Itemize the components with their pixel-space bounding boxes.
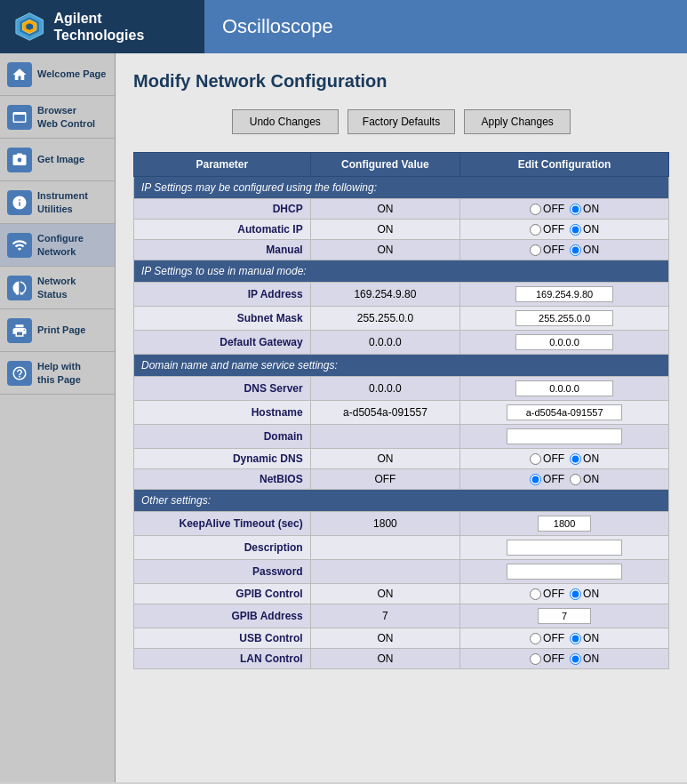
config-table: Parameter Configured Value Edit Configur…	[133, 152, 669, 669]
manual-on-label[interactable]: ON	[570, 244, 599, 256]
domain-input[interactable]	[507, 428, 622, 444]
sidebar-item-welcome[interactable]: Welcome Page	[0, 53, 115, 96]
header: Agilent Technologies Oscilloscope	[0, 0, 687, 53]
lan-control-off-label[interactable]: OFF	[530, 652, 564, 665]
gpib-control-on-radio[interactable]	[570, 588, 581, 600]
section-header-ip-settings: IP Settings may be configured using the …	[134, 177, 669, 199]
default-gateway-input[interactable]	[515, 334, 613, 350]
manual-radio-group: OFF ON	[467, 244, 661, 256]
manual-on-radio[interactable]	[570, 244, 581, 256]
logo-section: Agilent Technologies	[0, 0, 204, 53]
lan-control-off-radio[interactable]	[530, 653, 541, 665]
sidebar-item-help[interactable]: Help withthis Page	[0, 352, 115, 395]
ddns-radio-group: OFF ON	[467, 452, 661, 465]
browser-icon	[7, 105, 32, 130]
ddns-on-radio[interactable]	[570, 453, 581, 465]
netbios-off-label[interactable]: OFF	[530, 473, 564, 485]
col-header-value: Configured Value	[310, 153, 460, 177]
lan-control-on-label[interactable]: ON	[570, 652, 599, 665]
sidebar-label-getimage: Get Image	[37, 153, 84, 165]
gpib-control-on-label[interactable]: ON	[570, 588, 599, 600]
gpib-control-radio-group: OFF ON	[467, 588, 661, 600]
factory-defaults-button[interactable]: Factory Defaults	[347, 109, 455, 134]
network-icon	[7, 233, 32, 258]
gpib-control-off-radio[interactable]	[530, 588, 541, 600]
action-buttons: Undo Changes Factory Defaults Apply Chan…	[133, 109, 669, 134]
logo-text: Agilent Technologies	[53, 10, 190, 44]
description-input[interactable]	[507, 540, 622, 556]
manual-off-radio[interactable]	[530, 244, 541, 256]
table-row: KeepAlive Timeout (sec) 1800	[134, 512, 669, 536]
main-content: Modify Network Configuration Undo Change…	[116, 53, 687, 782]
netbios-on-radio[interactable]	[570, 474, 581, 485]
sidebar-item-status[interactable]: Network Status	[0, 267, 115, 309]
sidebar-label-instrument: InstrumentUtilities	[37, 189, 88, 215]
dhcp-off-radio[interactable]	[530, 204, 541, 215]
sidebar-item-getimage[interactable]: Get Image	[0, 139, 115, 181]
apply-changes-button[interactable]: Apply Changes	[464, 109, 571, 134]
table-row: Dynamic DNS ON OFF ON	[134, 449, 669, 469]
dhcp-off-label[interactable]: OFF	[530, 203, 564, 215]
instrument-icon	[7, 190, 32, 215]
undo-changes-button[interactable]: Undo Changes	[232, 109, 339, 134]
camera-icon	[7, 148, 32, 172]
print-icon	[7, 318, 32, 343]
table-row: Manual ON OFF ON	[134, 240, 669, 260]
table-row: Description	[134, 536, 669, 560]
ddns-on-label[interactable]: ON	[570, 452, 599, 465]
ddns-off-radio[interactable]	[530, 453, 541, 465]
table-row: Subnet Mask 255.255.0.0	[134, 307, 669, 331]
lan-control-on-radio[interactable]	[570, 653, 581, 665]
gpib-control-off-label[interactable]: OFF	[530, 588, 564, 600]
section-header-other: Other settings:	[134, 490, 669, 512]
netbios-off-radio[interactable]	[530, 474, 541, 485]
subnet-mask-input[interactable]	[515, 310, 613, 326]
page-title: Modify Network Configuration	[133, 71, 669, 92]
dhcp-on-radio[interactable]	[570, 204, 581, 215]
usb-control-off-label[interactable]: OFF	[530, 632, 564, 644]
col-header-parameter: Parameter	[134, 153, 311, 177]
sidebar-item-print[interactable]: Print Page	[0, 309, 115, 352]
table-row: Password	[134, 560, 669, 584]
table-header-row: Parameter Configured Value Edit Configur…	[134, 153, 669, 177]
main-layout: Welcome Page BrowserWeb Control Get Imag…	[0, 53, 687, 782]
status-icon	[7, 276, 32, 300]
dns-server-input[interactable]	[515, 380, 613, 396]
sidebar-item-configure[interactable]: ConfigureNetwork	[0, 224, 115, 267]
autoip-on-label[interactable]: ON	[570, 223, 599, 236]
autoip-on-radio[interactable]	[570, 224, 581, 236]
section-header-manual-mode: IP Settings to use in manual mode:	[134, 260, 669, 283]
sidebar: Welcome Page BrowserWeb Control Get Imag…	[0, 53, 116, 782]
lan-control-radio-group: OFF ON	[467, 652, 661, 665]
autoip-radio-group: OFF ON	[467, 223, 661, 236]
password-input[interactable]	[507, 564, 622, 580]
home-icon	[7, 62, 32, 87]
table-row: Domain	[134, 425, 669, 449]
gpib-address-input[interactable]	[538, 608, 591, 624]
usb-control-on-label[interactable]: ON	[570, 632, 599, 644]
autoip-off-radio[interactable]	[530, 224, 541, 236]
ip-address-input[interactable]	[515, 286, 613, 302]
ddns-off-label[interactable]: OFF	[530, 452, 564, 465]
hostname-input[interactable]	[507, 404, 622, 420]
table-row: USB Control ON OFF ON	[134, 628, 669, 649]
table-row: LAN Control ON OFF ON	[134, 649, 669, 669]
col-header-edit: Edit Configuration	[460, 153, 669, 177]
table-row: Default Gateway 0.0.0.0	[134, 331, 669, 355]
sidebar-item-browser[interactable]: BrowserWeb Control	[0, 96, 115, 139]
agilent-logo-icon	[14, 11, 44, 43]
dhcp-on-label[interactable]: ON	[570, 203, 599, 215]
usb-control-off-radio[interactable]	[530, 633, 541, 644]
app-title: Oscilloscope	[222, 15, 333, 38]
usb-control-radio-group: OFF ON	[467, 632, 661, 644]
sidebar-label-help: Help withthis Page	[37, 360, 81, 386]
keepalive-input[interactable]	[538, 516, 591, 532]
usb-control-on-radio[interactable]	[570, 633, 581, 644]
sidebar-item-instrument[interactable]: InstrumentUtilities	[0, 181, 115, 224]
autoip-off-label[interactable]: OFF	[530, 223, 564, 236]
netbios-on-label[interactable]: ON	[570, 473, 599, 485]
manual-off-label[interactable]: OFF	[530, 244, 564, 256]
table-row: NetBIOS OFF OFF ON	[134, 469, 669, 490]
table-row: DNS Server 0.0.0.0	[134, 377, 669, 401]
table-row: Hostname a-d5054a-091557	[134, 401, 669, 425]
